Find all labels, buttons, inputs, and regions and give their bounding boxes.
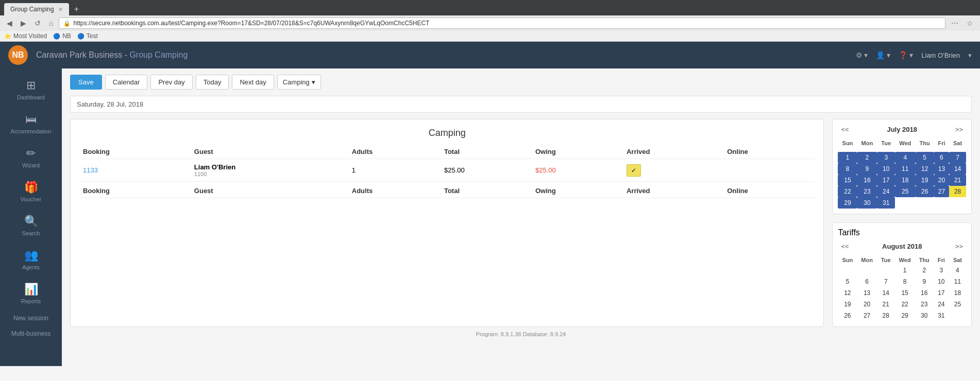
aug-day-cell[interactable]: 18 [949, 287, 966, 299]
aug-day-cell[interactable]: 3 [934, 265, 949, 276]
sidebar-item-reports[interactable]: 📊 Reports [0, 278, 62, 309]
booking-link[interactable]: 1133 [83, 166, 98, 174]
aug-day-cell[interactable]: 13 [857, 287, 877, 299]
next-day-button[interactable]: Next day [232, 75, 274, 90]
july-day-cell[interactable]: 16 [857, 175, 877, 186]
calendar-button[interactable]: Calendar [105, 75, 148, 90]
aug-day-cell[interactable]: 2 [915, 265, 934, 276]
aug-day-cell[interactable]: 22 [895, 299, 915, 310]
aug-day-cell[interactable]: 24 [934, 299, 949, 310]
new-tab-button[interactable]: + [71, 4, 82, 15]
sidebar-item-new-session[interactable]: New session [0, 311, 62, 325]
bookmark-test[interactable]: 🔵 Test [77, 32, 98, 40]
july-day-cell[interactable]: 10 [877, 163, 895, 175]
july-day-cell[interactable]: 14 [949, 163, 966, 175]
today-button[interactable]: Today [196, 75, 229, 90]
aug-prev-button[interactable]: << [838, 241, 852, 251]
july-day-cell[interactable]: 1 [838, 152, 857, 163]
july-day-cell[interactable]: 22 [838, 186, 857, 197]
refresh-button[interactable]: ↺ [32, 18, 43, 28]
july-day-cell[interactable]: 28 [949, 186, 966, 197]
july-day-cell[interactable]: 25 [895, 186, 915, 197]
sidebar-item-agents[interactable]: 👥 Agents [0, 244, 62, 275]
sidebar-item-search[interactable]: 🔍 Search [0, 210, 62, 241]
july-day-cell[interactable]: 26 [916, 186, 934, 197]
sidebar-item-multi-business[interactable]: Multi-business [0, 327, 62, 340]
july-day-cell[interactable]: 7 [949, 152, 966, 163]
aug-day-cell[interactable]: 10 [934, 276, 949, 287]
user-button[interactable]: 👤 ▾ [876, 51, 890, 59]
aug-day-cell[interactable]: 8 [895, 276, 915, 287]
july-day-cell[interactable]: 13 [934, 163, 949, 175]
aug-day-cell[interactable]: 23 [915, 299, 934, 310]
aug-day-cell[interactable]: 27 [857, 310, 877, 321]
aug-day-cell[interactable]: 30 [915, 310, 934, 321]
aug-day-cell[interactable]: 21 [877, 299, 895, 310]
july-day-cell[interactable]: 11 [895, 163, 915, 175]
july-day-cell[interactable]: 4 [895, 152, 915, 163]
sidebar-item-wizard[interactable]: ✏ Wizard [0, 142, 62, 174]
aug-day-cell[interactable]: 28 [877, 310, 895, 321]
july-day-cell[interactable]: 31 [877, 197, 895, 209]
settings-button[interactable]: ⚙ ▾ [856, 51, 868, 59]
july-day-cell[interactable]: 12 [916, 163, 934, 175]
july-day-cell[interactable]: 18 [895, 175, 915, 186]
july-day-cell[interactable]: 20 [934, 175, 949, 186]
july-next-button[interactable]: >> [952, 125, 966, 134]
july-day-cell[interactable]: 5 [916, 152, 934, 163]
july-day-cell[interactable]: 17 [877, 175, 895, 186]
forward-button[interactable]: ▶ [18, 18, 29, 28]
home-button[interactable]: ⌂ [46, 18, 56, 28]
july-prev-button[interactable]: << [838, 125, 852, 134]
aug-day-cell[interactable]: 25 [949, 299, 966, 310]
aug-day-cell[interactable]: 17 [934, 287, 949, 299]
arrived-button[interactable]: ✓ [627, 164, 641, 177]
aug-day-cell[interactable]: 20 [857, 299, 877, 310]
aug-day-cell[interactable]: 26 [838, 310, 857, 321]
tab-close-icon[interactable]: ✕ [58, 6, 63, 13]
aug-day-cell[interactable]: 5 [838, 276, 857, 287]
aug-day-cell[interactable]: 9 [915, 276, 934, 287]
july-day-cell[interactable]: 23 [857, 186, 877, 197]
aug-day-cell[interactable]: 1 [895, 265, 915, 276]
aug-day-cell[interactable]: 7 [877, 276, 895, 287]
bookmark-most-visited[interactable]: ⭐ Most Visited [4, 32, 47, 40]
aug-day-cell[interactable]: 4 [949, 265, 966, 276]
camping-dropdown[interactable]: Camping ▾ [277, 75, 321, 90]
july-day-cell[interactable]: 3 [877, 152, 895, 163]
aug-day-cell[interactable]: 6 [857, 276, 877, 287]
aug-next-button[interactable]: >> [952, 241, 966, 251]
aug-day-cell[interactable]: 16 [915, 287, 934, 299]
user-dropdown-icon[interactable]: ▾ [968, 51, 972, 59]
july-day-cell[interactable]: 27 [934, 186, 949, 197]
bookmark-nb[interactable]: 🔵 NB [53, 32, 71, 40]
july-day-cell[interactable]: 30 [857, 197, 877, 209]
aug-day-cell[interactable]: 15 [895, 287, 915, 299]
prev-day-button[interactable]: Prev day [150, 75, 192, 90]
sidebar-item-accommodation[interactable]: 🛏 Accommodation [0, 108, 62, 140]
aug-day-cell[interactable]: 11 [949, 276, 966, 287]
back-button[interactable]: ◀ [4, 18, 15, 28]
july-day-cell[interactable]: 2 [857, 152, 877, 163]
menu-button[interactable]: ⋯ [949, 18, 961, 28]
july-day-cell[interactable]: 8 [838, 163, 857, 175]
july-day-cell[interactable]: 6 [934, 152, 949, 163]
july-day-cell[interactable]: 29 [838, 197, 857, 209]
july-day-cell[interactable]: 19 [916, 175, 934, 186]
help-button[interactable]: ❓ ▾ [899, 51, 913, 59]
address-bar[interactable]: 🔒 https://secure.netbookings.com.au/test… [59, 18, 945, 29]
sidebar-item-dashboard[interactable]: ⊞ Dashboard [0, 74, 62, 106]
sidebar-item-voucher[interactable]: 🎁 Voucher [0, 176, 62, 207]
july-day-cell[interactable]: 21 [949, 175, 966, 186]
save-button[interactable]: Save [70, 75, 102, 90]
aug-day-cell[interactable]: 31 [934, 310, 949, 321]
aug-day-cell[interactable]: 14 [877, 287, 895, 299]
bookmark-icon[interactable]: ☆ [964, 18, 976, 28]
july-day-cell[interactable]: 24 [877, 186, 895, 197]
aug-day-cell[interactable]: 19 [838, 299, 857, 310]
active-tab[interactable]: Group Camping ✕ [4, 3, 69, 15]
july-day-cell[interactable]: 15 [838, 175, 857, 186]
aug-day-cell[interactable]: 12 [838, 287, 857, 299]
july-day-cell[interactable]: 9 [857, 163, 877, 175]
aug-day-cell[interactable]: 29 [895, 310, 915, 321]
